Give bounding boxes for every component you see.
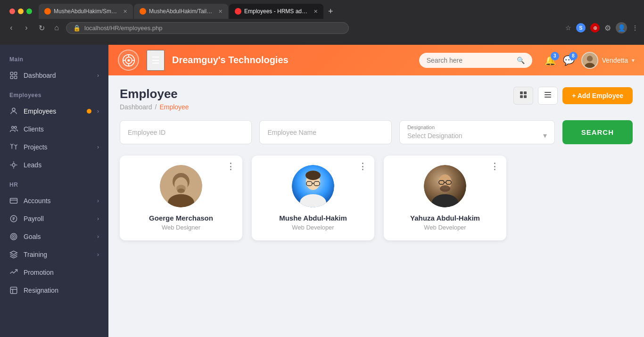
sidebar-item-goals[interactable]: Goals › bbox=[0, 228, 108, 246]
sidebar-item-employees[interactable]: Employees › bbox=[0, 102, 108, 120]
list-view-button[interactable] bbox=[538, 87, 558, 105]
sidebar-item-dashboard[interactable]: Dashboard › bbox=[0, 66, 108, 84]
search-input[interactable] bbox=[427, 57, 513, 64]
home-button[interactable]: ⌂ bbox=[51, 22, 62, 33]
traffic-lights bbox=[4, 5, 38, 18]
new-tab-button[interactable]: + bbox=[324, 7, 337, 16]
employee-id-input[interactable] bbox=[120, 120, 252, 144]
employee-name-1: Goerge Merchason bbox=[149, 214, 213, 222]
sidebar-item-promotion[interactable]: Promotion bbox=[0, 263, 108, 281]
profile-icon[interactable]: 👤 bbox=[616, 22, 627, 33]
employees-icon bbox=[9, 107, 18, 115]
projects-chevron: › bbox=[97, 144, 99, 150]
filter-row: Designation Select Designation ▾ SEARCH bbox=[120, 120, 633, 144]
browser-actions: ☆ S ⊕ ⚙ 👤 ⋮ bbox=[565, 22, 638, 33]
message-button[interactable]: 💬 8 bbox=[563, 55, 575, 66]
employee-card-1: ⋮ Goerge Merchason Web Desi bbox=[120, 156, 242, 240]
sidebar-main-label: Main bbox=[0, 49, 108, 66]
svg-rect-32 bbox=[524, 91, 527, 94]
training-chevron: › bbox=[97, 251, 99, 258]
notification-button[interactable]: 🔔 3 bbox=[545, 55, 556, 66]
maximize-dot[interactable] bbox=[26, 8, 32, 14]
leads-label: Leads bbox=[24, 161, 99, 169]
tab-title-2: MusheAbdulHakim/Tailor... bbox=[149, 8, 214, 15]
sidebar-item-training[interactable]: Training › bbox=[0, 246, 108, 263]
sidebar-item-payroll[interactable]: Payroll › bbox=[0, 210, 108, 228]
svg-point-5 bbox=[12, 126, 14, 129]
svg-rect-37 bbox=[545, 97, 551, 98]
sidebar: Main Dashboard › Employees Employees › bbox=[0, 45, 108, 337]
breadcrumb-separator: / bbox=[155, 103, 157, 111]
dashboard-label: Dashboard bbox=[24, 72, 91, 79]
star-icon[interactable]: ☆ bbox=[565, 24, 571, 32]
app-wrapper: Main Dashboard › Employees Employees › bbox=[0, 45, 644, 337]
tab-favicon-2 bbox=[140, 8, 146, 15]
tab-close-1[interactable]: ✕ bbox=[123, 8, 127, 15]
hamburger-button[interactable]: ☰ bbox=[147, 50, 165, 71]
card-menu-2[interactable]: ⋮ bbox=[358, 162, 368, 171]
tab-close-2[interactable]: ✕ bbox=[218, 8, 223, 15]
employee-card-2: ⋮ bbox=[252, 156, 374, 240]
back-button[interactable]: ‹ bbox=[6, 22, 17, 33]
resignation-label: Resignation bbox=[24, 287, 99, 294]
employee-avatar-1 bbox=[160, 165, 202, 207]
breadcrumb-home[interactable]: Dashboard bbox=[120, 103, 152, 111]
sidebar-item-accounts[interactable]: Accounts › bbox=[0, 192, 108, 210]
add-employee-button[interactable]: + Add Employee bbox=[562, 87, 633, 104]
employee-role-2: Web Developer bbox=[292, 224, 334, 231]
projects-icon bbox=[9, 143, 18, 151]
address-bar[interactable]: 🔒 localhost/HR/employees.php bbox=[66, 22, 349, 34]
accounts-chevron: › bbox=[97, 197, 99, 204]
main-content: Employee Dashboard / Employee bbox=[108, 75, 644, 337]
tab-bar: MusheAbdulHakim/Smart... ✕ MusheAbdulHak… bbox=[0, 0, 644, 19]
employee-name-input[interactable] bbox=[259, 120, 391, 144]
svg-rect-36 bbox=[545, 94, 551, 95]
goals-chevron: › bbox=[97, 233, 99, 240]
sidebar-item-resignation[interactable]: Resignation bbox=[0, 281, 108, 299]
promotion-label: Promotion bbox=[24, 269, 99, 276]
svg-rect-3 bbox=[15, 76, 17, 79]
breadcrumb: Dashboard / Employee bbox=[120, 103, 189, 111]
card-menu-1[interactable]: ⋮ bbox=[226, 162, 236, 171]
browser-tab-1[interactable]: MusheAbdulHakim/Smart... ✕ bbox=[39, 4, 133, 19]
tab-title-3: Employees - HRMS admi... bbox=[244, 8, 309, 15]
sidebar-item-clients[interactable]: Clients bbox=[0, 120, 108, 138]
browser-chrome: MusheAbdulHakim/Smart... ✕ MusheAbdulHak… bbox=[0, 0, 644, 45]
search-bar[interactable]: 🔍 bbox=[419, 53, 532, 68]
tab-favicon-1 bbox=[44, 8, 51, 15]
browser-tab-2[interactable]: MusheAbdulHakim/Tailor... ✕ bbox=[134, 4, 228, 19]
designation-value: Select Designation bbox=[407, 132, 462, 140]
browser-tab-3[interactable]: Employees - HRMS admi... ✕ bbox=[229, 4, 323, 19]
brand-name: Dreamguy's Technologies bbox=[172, 55, 412, 66]
close-dot[interactable] bbox=[9, 8, 15, 14]
svg-rect-35 bbox=[545, 92, 551, 93]
refresh-button[interactable]: ↻ bbox=[36, 22, 47, 33]
resignation-icon bbox=[9, 286, 18, 295]
payroll-chevron: › bbox=[97, 215, 99, 222]
page-header: Employee Dashboard / Employee bbox=[120, 87, 633, 111]
employee-role-1: Web Designer bbox=[162, 224, 200, 231]
promotion-icon bbox=[9, 268, 18, 277]
payroll-icon bbox=[9, 214, 18, 223]
training-icon bbox=[9, 250, 18, 259]
card-menu-3[interactable]: ⋮ bbox=[490, 162, 500, 171]
search-button[interactable]: SEARCH bbox=[562, 120, 633, 144]
menu-icon[interactable]: ⋮ bbox=[632, 24, 638, 32]
brand-logo bbox=[118, 49, 139, 71]
header-icons: 🔔 3 💬 8 Vendetta ▾ bbox=[545, 52, 635, 69]
svg-rect-0 bbox=[10, 72, 13, 74]
minimize-dot[interactable] bbox=[18, 8, 24, 14]
sidebar-item-projects[interactable]: Projects › bbox=[0, 138, 108, 156]
employee-avatar-3 bbox=[424, 165, 466, 207]
grid-view-button[interactable] bbox=[513, 87, 533, 105]
svg-rect-33 bbox=[520, 95, 523, 98]
employee-name-3: Yahuza Abdul-Hakim bbox=[410, 214, 480, 222]
ext-icon-1[interactable]: ⊕ bbox=[590, 23, 600, 33]
forward-button[interactable]: › bbox=[21, 22, 32, 33]
designation-select[interactable]: Designation Select Designation ▾ bbox=[399, 120, 555, 144]
user-profile[interactable]: Vendetta ▾ bbox=[581, 52, 635, 69]
sidebar-item-leads[interactable]: Leads bbox=[0, 156, 108, 174]
ext-icon-2[interactable]: ⚙ bbox=[604, 24, 611, 33]
s-icon[interactable]: S bbox=[576, 23, 586, 33]
tab-close-3[interactable]: ✕ bbox=[314, 8, 318, 15]
